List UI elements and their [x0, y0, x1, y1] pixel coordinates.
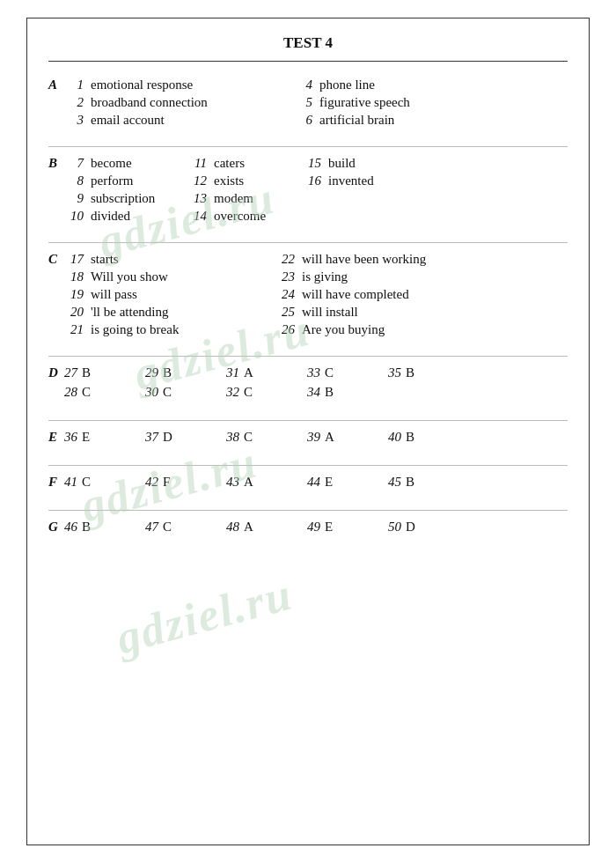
section-g: G 46B47C48A49E50D	[48, 520, 568, 539]
list-item: 4phone line	[293, 77, 487, 92]
item-answer: C	[82, 385, 91, 400]
item-number: 25	[275, 305, 295, 320]
item-number: 30	[145, 385, 158, 400]
item-number: 22	[275, 252, 295, 267]
item-number: 27	[64, 365, 77, 380]
list-item: 11caters	[187, 156, 293, 171]
list-item: 20'll be attending	[64, 305, 258, 320]
list-item: 42F	[145, 475, 207, 490]
item-number: 28	[64, 385, 77, 400]
list-item: 8perform	[64, 173, 179, 188]
item-text: artificial brain	[319, 113, 394, 128]
item-number: 50	[388, 520, 401, 535]
item-number: 29	[145, 365, 158, 380]
item-number: 3	[64, 113, 84, 128]
section-e: E 36E37D38C39A40B	[48, 430, 568, 449]
item-text: caters	[214, 156, 245, 171]
item-number: 48	[226, 520, 239, 535]
item-text: figurative speech	[319, 95, 410, 110]
section-f: F 41C42F43A44E45B	[48, 475, 568, 494]
section-a-left: 1emotional response2broadband connection…	[64, 77, 267, 130]
item-answer: E	[82, 430, 90, 445]
divider-de	[48, 420, 568, 421]
item-text: become	[91, 156, 132, 171]
item-answer: C	[163, 385, 172, 400]
list-item: 17starts	[64, 252, 258, 267]
item-answer: D	[163, 430, 172, 445]
list-item: 10divided	[64, 209, 179, 224]
item-text: overcome	[214, 209, 266, 224]
section-c-label: C	[48, 252, 64, 267]
item-number: 21	[64, 322, 84, 337]
item-number: 47	[145, 520, 158, 535]
item-text: perform	[91, 173, 133, 188]
item-number: 13	[187, 191, 207, 206]
item-number: 38	[226, 430, 239, 445]
item-text: is giving	[302, 269, 348, 284]
item-number: 43	[226, 475, 239, 490]
item-number: 46	[64, 520, 77, 535]
list-item: 28C	[64, 385, 126, 400]
item-answer: A	[244, 475, 253, 490]
item-number: 36	[64, 430, 77, 445]
item-text: invented	[328, 173, 374, 188]
list-item: 16invented	[302, 173, 399, 188]
list-item: 12exists	[187, 173, 293, 188]
list-item: 6artificial brain	[293, 113, 487, 128]
page-title: TEST 4	[48, 34, 568, 62]
item-number: 2	[64, 95, 84, 110]
item-answer: C	[82, 475, 91, 490]
item-answer: A	[325, 430, 334, 445]
section-d: D 27B29B31A33C35B28C30C32C34B	[48, 365, 568, 404]
item-number: 10	[64, 209, 84, 224]
item-number: 12	[187, 173, 207, 188]
item-number: 16	[302, 173, 321, 188]
section-a: A 1emotional response2broadband connecti…	[48, 77, 568, 130]
item-number: 26	[275, 322, 295, 337]
section-b: B 7become11caters15build8perform12exists…	[48, 156, 568, 226]
list-item: 13modem	[187, 191, 293, 206]
item-answer: A	[244, 520, 253, 535]
item-text: email account	[91, 113, 165, 128]
item-number: 14	[187, 209, 207, 224]
list-item: 26Are you buying	[275, 322, 469, 337]
list-item: 39A	[307, 430, 369, 445]
item-answer: C	[163, 520, 172, 535]
item-answer: B	[325, 385, 334, 400]
list-item: 14overcome	[187, 209, 293, 224]
item-number: 7	[64, 156, 84, 171]
list-item: 2broadband connection	[64, 95, 267, 110]
item-text: will install	[302, 305, 358, 320]
page-container: TEST 4 A 1emotional response2broadband c…	[26, 18, 590, 845]
table-row: 7become11caters15build	[64, 156, 568, 171]
section-d-label: D	[48, 365, 64, 380]
item-number: 45	[388, 475, 401, 490]
item-number: 18	[64, 269, 84, 284]
section-g-content: 46B47C48A49E50D	[64, 520, 568, 539]
list-item: 19will pass	[64, 287, 258, 302]
list-item: 44E	[307, 475, 369, 490]
item-text: phone line	[319, 77, 375, 92]
item-number: 11	[187, 156, 207, 171]
item-answer: C	[244, 430, 253, 445]
list-item: 38C	[226, 430, 288, 445]
item-answer: F	[163, 475, 170, 490]
item-text: subscription	[91, 191, 155, 206]
list-item: 32C	[226, 385, 288, 400]
item-number: 20	[64, 305, 84, 320]
list-item: 46B	[64, 520, 126, 535]
divider-ef	[48, 465, 568, 466]
section-a-right: 4phone line5figurative speech6artificial…	[293, 77, 487, 130]
list-item: 49E	[307, 520, 369, 535]
section-b-content: 7become11caters15build8perform12exists16…	[64, 156, 568, 226]
item-number: 19	[64, 287, 84, 302]
item-answer: C	[244, 385, 253, 400]
list-item: 22will have been working	[275, 252, 469, 267]
section-a-label: A	[48, 77, 64, 92]
list-item: 33C	[307, 365, 369, 380]
list-item: 37D	[145, 430, 207, 445]
item-answer: E	[325, 475, 333, 490]
list-item: 7become	[64, 156, 179, 171]
item-number: 33	[307, 365, 320, 380]
section-e-label: E	[48, 430, 64, 445]
